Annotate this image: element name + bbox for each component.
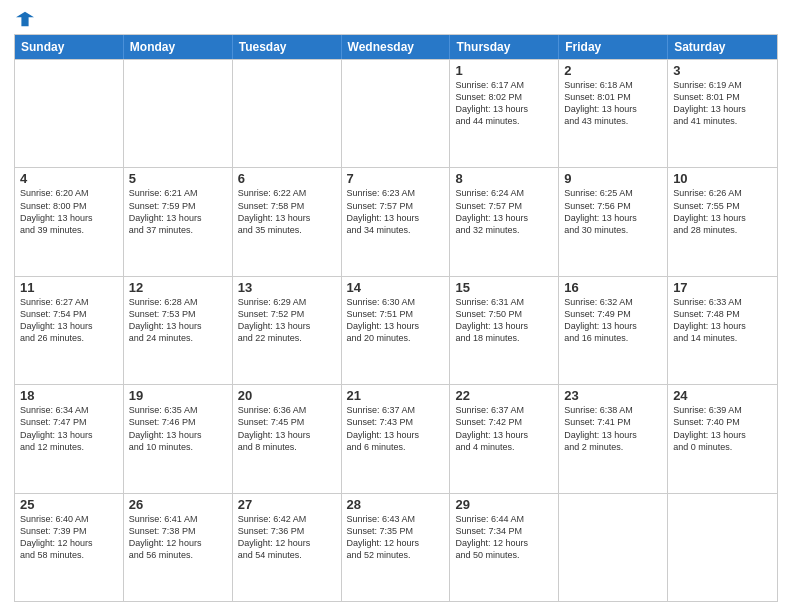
cal-cell: 11Sunrise: 6:27 AM Sunset: 7:54 PM Dayli… (15, 277, 124, 384)
header-day-tuesday: Tuesday (233, 35, 342, 59)
cal-cell: 4Sunrise: 6:20 AM Sunset: 8:00 PM Daylig… (15, 168, 124, 275)
cal-cell: 14Sunrise: 6:30 AM Sunset: 7:51 PM Dayli… (342, 277, 451, 384)
cal-cell: 15Sunrise: 6:31 AM Sunset: 7:50 PM Dayli… (450, 277, 559, 384)
day-info: Sunrise: 6:37 AM Sunset: 7:42 PM Dayligh… (455, 404, 553, 453)
svg-marker-0 (16, 12, 34, 26)
day-number: 6 (238, 171, 336, 186)
header-day-friday: Friday (559, 35, 668, 59)
calendar-header: SundayMondayTuesdayWednesdayThursdayFrid… (15, 35, 777, 59)
cal-cell: 9Sunrise: 6:25 AM Sunset: 7:56 PM Daylig… (559, 168, 668, 275)
day-number: 27 (238, 497, 336, 512)
day-info: Sunrise: 6:43 AM Sunset: 7:35 PM Dayligh… (347, 513, 445, 562)
calendar: SundayMondayTuesdayWednesdayThursdayFrid… (14, 34, 778, 602)
day-number: 13 (238, 280, 336, 295)
day-info: Sunrise: 6:38 AM Sunset: 7:41 PM Dayligh… (564, 404, 662, 453)
day-number: 17 (673, 280, 772, 295)
cal-cell: 29Sunrise: 6:44 AM Sunset: 7:34 PM Dayli… (450, 494, 559, 601)
cal-cell: 24Sunrise: 6:39 AM Sunset: 7:40 PM Dayli… (668, 385, 777, 492)
day-info: Sunrise: 6:25 AM Sunset: 7:56 PM Dayligh… (564, 187, 662, 236)
cal-cell: 23Sunrise: 6:38 AM Sunset: 7:41 PM Dayli… (559, 385, 668, 492)
day-number: 4 (20, 171, 118, 186)
day-info: Sunrise: 6:22 AM Sunset: 7:58 PM Dayligh… (238, 187, 336, 236)
cal-cell: 25Sunrise: 6:40 AM Sunset: 7:39 PM Dayli… (15, 494, 124, 601)
day-info: Sunrise: 6:21 AM Sunset: 7:59 PM Dayligh… (129, 187, 227, 236)
day-number: 20 (238, 388, 336, 403)
cal-cell: 16Sunrise: 6:32 AM Sunset: 7:49 PM Dayli… (559, 277, 668, 384)
day-number: 1 (455, 63, 553, 78)
day-info: Sunrise: 6:39 AM Sunset: 7:40 PM Dayligh… (673, 404, 772, 453)
day-info: Sunrise: 6:33 AM Sunset: 7:48 PM Dayligh… (673, 296, 772, 345)
calendar-row-4: 25Sunrise: 6:40 AM Sunset: 7:39 PM Dayli… (15, 493, 777, 601)
day-info: Sunrise: 6:31 AM Sunset: 7:50 PM Dayligh… (455, 296, 553, 345)
cal-cell: 1Sunrise: 6:17 AM Sunset: 8:02 PM Daylig… (450, 60, 559, 167)
header-day-monday: Monday (124, 35, 233, 59)
day-info: Sunrise: 6:41 AM Sunset: 7:38 PM Dayligh… (129, 513, 227, 562)
cal-cell: 20Sunrise: 6:36 AM Sunset: 7:45 PM Dayli… (233, 385, 342, 492)
cal-cell: 3Sunrise: 6:19 AM Sunset: 8:01 PM Daylig… (668, 60, 777, 167)
day-info: Sunrise: 6:27 AM Sunset: 7:54 PM Dayligh… (20, 296, 118, 345)
day-info: Sunrise: 6:30 AM Sunset: 7:51 PM Dayligh… (347, 296, 445, 345)
day-number: 29 (455, 497, 553, 512)
day-number: 10 (673, 171, 772, 186)
cal-cell (559, 494, 668, 601)
page: SundayMondayTuesdayWednesdayThursdayFrid… (0, 0, 792, 612)
day-info: Sunrise: 6:24 AM Sunset: 7:57 PM Dayligh… (455, 187, 553, 236)
day-number: 2 (564, 63, 662, 78)
header-day-saturday: Saturday (668, 35, 777, 59)
day-number: 21 (347, 388, 445, 403)
day-info: Sunrise: 6:37 AM Sunset: 7:43 PM Dayligh… (347, 404, 445, 453)
cal-cell: 22Sunrise: 6:37 AM Sunset: 7:42 PM Dayli… (450, 385, 559, 492)
cal-cell: 17Sunrise: 6:33 AM Sunset: 7:48 PM Dayli… (668, 277, 777, 384)
day-number: 18 (20, 388, 118, 403)
cal-cell (668, 494, 777, 601)
day-number: 9 (564, 171, 662, 186)
cal-cell: 26Sunrise: 6:41 AM Sunset: 7:38 PM Dayli… (124, 494, 233, 601)
day-number: 14 (347, 280, 445, 295)
cal-cell: 5Sunrise: 6:21 AM Sunset: 7:59 PM Daylig… (124, 168, 233, 275)
cal-cell: 10Sunrise: 6:26 AM Sunset: 7:55 PM Dayli… (668, 168, 777, 275)
header-day-thursday: Thursday (450, 35, 559, 59)
day-info: Sunrise: 6:40 AM Sunset: 7:39 PM Dayligh… (20, 513, 118, 562)
day-number: 24 (673, 388, 772, 403)
logo-bird-icon (16, 10, 34, 28)
day-info: Sunrise: 6:44 AM Sunset: 7:34 PM Dayligh… (455, 513, 553, 562)
header-day-sunday: Sunday (15, 35, 124, 59)
day-info: Sunrise: 6:17 AM Sunset: 8:02 PM Dayligh… (455, 79, 553, 128)
day-number: 3 (673, 63, 772, 78)
day-number: 22 (455, 388, 553, 403)
day-number: 11 (20, 280, 118, 295)
day-info: Sunrise: 6:35 AM Sunset: 7:46 PM Dayligh… (129, 404, 227, 453)
day-info: Sunrise: 6:20 AM Sunset: 8:00 PM Dayligh… (20, 187, 118, 236)
day-number: 26 (129, 497, 227, 512)
cal-cell (233, 60, 342, 167)
cal-cell: 8Sunrise: 6:24 AM Sunset: 7:57 PM Daylig… (450, 168, 559, 275)
day-info: Sunrise: 6:32 AM Sunset: 7:49 PM Dayligh… (564, 296, 662, 345)
day-info: Sunrise: 6:23 AM Sunset: 7:57 PM Dayligh… (347, 187, 445, 236)
day-info: Sunrise: 6:18 AM Sunset: 8:01 PM Dayligh… (564, 79, 662, 128)
logo (14, 10, 34, 28)
cal-cell: 2Sunrise: 6:18 AM Sunset: 8:01 PM Daylig… (559, 60, 668, 167)
calendar-row-1: 4Sunrise: 6:20 AM Sunset: 8:00 PM Daylig… (15, 167, 777, 275)
cal-cell: 12Sunrise: 6:28 AM Sunset: 7:53 PM Dayli… (124, 277, 233, 384)
header-day-wednesday: Wednesday (342, 35, 451, 59)
day-info: Sunrise: 6:19 AM Sunset: 8:01 PM Dayligh… (673, 79, 772, 128)
cal-cell: 19Sunrise: 6:35 AM Sunset: 7:46 PM Dayli… (124, 385, 233, 492)
header (14, 10, 778, 28)
cal-cell: 18Sunrise: 6:34 AM Sunset: 7:47 PM Dayli… (15, 385, 124, 492)
day-number: 16 (564, 280, 662, 295)
calendar-row-0: 1Sunrise: 6:17 AM Sunset: 8:02 PM Daylig… (15, 59, 777, 167)
day-info: Sunrise: 6:42 AM Sunset: 7:36 PM Dayligh… (238, 513, 336, 562)
day-number: 23 (564, 388, 662, 403)
cal-cell (15, 60, 124, 167)
day-info: Sunrise: 6:26 AM Sunset: 7:55 PM Dayligh… (673, 187, 772, 236)
day-info: Sunrise: 6:28 AM Sunset: 7:53 PM Dayligh… (129, 296, 227, 345)
day-number: 25 (20, 497, 118, 512)
cal-cell: 27Sunrise: 6:42 AM Sunset: 7:36 PM Dayli… (233, 494, 342, 601)
day-number: 19 (129, 388, 227, 403)
day-info: Sunrise: 6:29 AM Sunset: 7:52 PM Dayligh… (238, 296, 336, 345)
cal-cell: 6Sunrise: 6:22 AM Sunset: 7:58 PM Daylig… (233, 168, 342, 275)
day-number: 8 (455, 171, 553, 186)
day-number: 28 (347, 497, 445, 512)
cal-cell: 28Sunrise: 6:43 AM Sunset: 7:35 PM Dayli… (342, 494, 451, 601)
day-number: 12 (129, 280, 227, 295)
